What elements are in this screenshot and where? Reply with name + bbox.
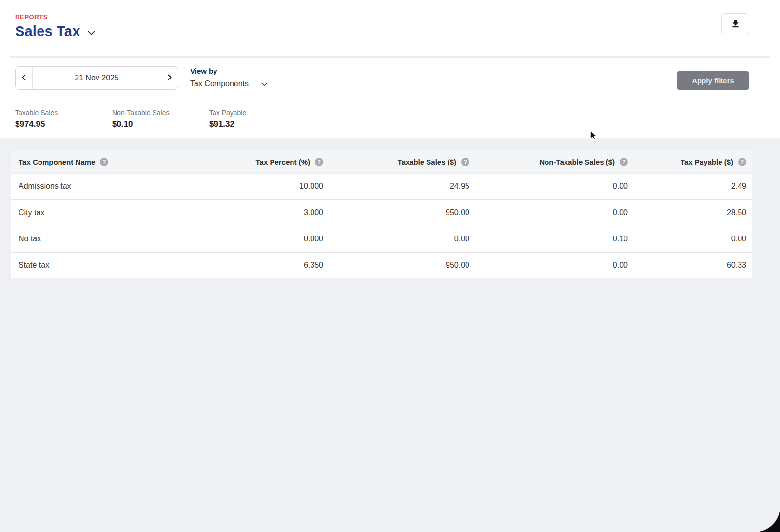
stat-value: $974.95	[15, 119, 112, 129]
tax-component-name-cell: No tax	[11, 226, 215, 252]
table-row: State tax6.350950.000.0060.33	[11, 252, 752, 278]
stat-label: Tax Payable	[209, 109, 306, 117]
column-label: Taxable Sales ($)	[397, 158, 456, 166]
column-header-non-taxable-sales: Non-Taxable Sales ($) ?	[477, 151, 636, 173]
download-icon	[730, 19, 741, 30]
view-by-label: View by	[190, 67, 268, 75]
help-icon[interactable]: ?	[738, 158, 746, 166]
value-cell: 24.95	[331, 173, 477, 199]
prev-date-button[interactable]	[16, 67, 33, 89]
view-by-selected-value: Tax Components	[190, 79, 249, 88]
tax-component-name-cell: State tax	[11, 252, 215, 278]
stat-taxable-sales: Taxable Sales $974.95	[15, 109, 112, 129]
tax-component-name-cell: Admissions tax	[11, 173, 215, 199]
column-header-tax-percent: Tax Percent (%) ?	[215, 151, 331, 173]
breadcrumb: REPORTS	[15, 13, 48, 20]
value-cell: 0.00	[477, 173, 636, 199]
value-cell: 950.00	[331, 252, 477, 278]
header-divider	[10, 56, 770, 58]
table-row: No tax0.0000.000.100.00	[11, 226, 752, 252]
help-icon[interactable]: ?	[461, 158, 469, 166]
value-cell: 0.00	[477, 199, 636, 226]
column-label: Tax Payable ($)	[681, 158, 733, 166]
value-cell: 6.350	[215, 252, 331, 278]
view-by-group: View by Tax Components	[190, 67, 268, 88]
summary-stats: Taxable Sales $974.95 Non-Taxable Sales …	[15, 109, 306, 129]
chevron-right-icon	[168, 74, 172, 82]
next-date-button[interactable]	[161, 67, 178, 89]
date-value[interactable]: 21 Nov 2025	[33, 67, 161, 89]
table-header-row: Tax Component Name ? Tax Percent (%) ? T…	[11, 151, 752, 173]
value-cell: 0.10	[477, 226, 636, 252]
sales-tax-report-page: REPORTS Sales Tax 21 Nov 2025	[0, 0, 780, 532]
table-row: Admissions tax10.00024.950.002.49	[11, 173, 752, 199]
help-icon[interactable]: ?	[100, 158, 108, 166]
chevron-down-icon	[261, 79, 268, 88]
column-label: Non-Taxable Sales ($)	[539, 158, 615, 166]
date-navigator: 21 Nov 2025	[15, 66, 178, 90]
download-button[interactable]	[722, 13, 749, 35]
help-icon[interactable]: ?	[620, 158, 628, 166]
apply-filters-button[interactable]: Apply filters	[677, 71, 749, 90]
value-cell: 0.000	[215, 226, 331, 252]
column-header-tax-payable: Tax Payable ($) ?	[636, 151, 752, 173]
help-icon[interactable]: ?	[315, 158, 323, 166]
tax-component-name-cell: City tax	[11, 199, 215, 226]
page-title-row: Sales Tax	[15, 23, 95, 39]
view-by-select[interactable]: Tax Components	[190, 79, 268, 88]
stat-label: Taxable Sales	[15, 109, 112, 117]
top-section: REPORTS Sales Tax 21 Nov 2025	[0, 0, 780, 138]
page-title: Sales Tax	[15, 23, 80, 39]
column-label: Tax Component Name	[19, 158, 95, 166]
stat-tax-payable: Tax Payable $91.32	[209, 109, 306, 129]
value-cell: 0.00	[477, 252, 636, 278]
column-header-tax-component-name: Tax Component Name ?	[11, 151, 215, 173]
value-cell: 2.49	[636, 173, 752, 199]
table-body: Admissions tax10.00024.950.002.49City ta…	[11, 173, 752, 278]
stat-value: $91.32	[209, 119, 306, 129]
chevron-down-icon[interactable]	[88, 28, 95, 35]
column-header-taxable-sales: Taxable Sales ($) ?	[331, 151, 477, 173]
tax-components-table: Tax Component Name ? Tax Percent (%) ? T…	[11, 151, 752, 278]
value-cell: 950.00	[331, 199, 477, 226]
value-cell: 28.50	[636, 199, 752, 226]
value-cell: 0.00	[331, 226, 477, 252]
chevron-left-icon	[22, 74, 26, 82]
value-cell: 3.000	[215, 199, 331, 226]
column-label: Tax Percent (%)	[256, 158, 310, 166]
value-cell: 0.00	[636, 226, 752, 252]
value-cell: 10.000	[215, 173, 331, 199]
value-cell: 60.33	[636, 252, 752, 278]
stat-label: Non-Taxable Sales	[112, 109, 209, 117]
stat-non-taxable-sales: Non-Taxable Sales $0.10	[112, 109, 209, 129]
stat-value: $0.10	[112, 119, 209, 129]
table-row: City tax3.000950.000.0028.50	[11, 199, 752, 226]
